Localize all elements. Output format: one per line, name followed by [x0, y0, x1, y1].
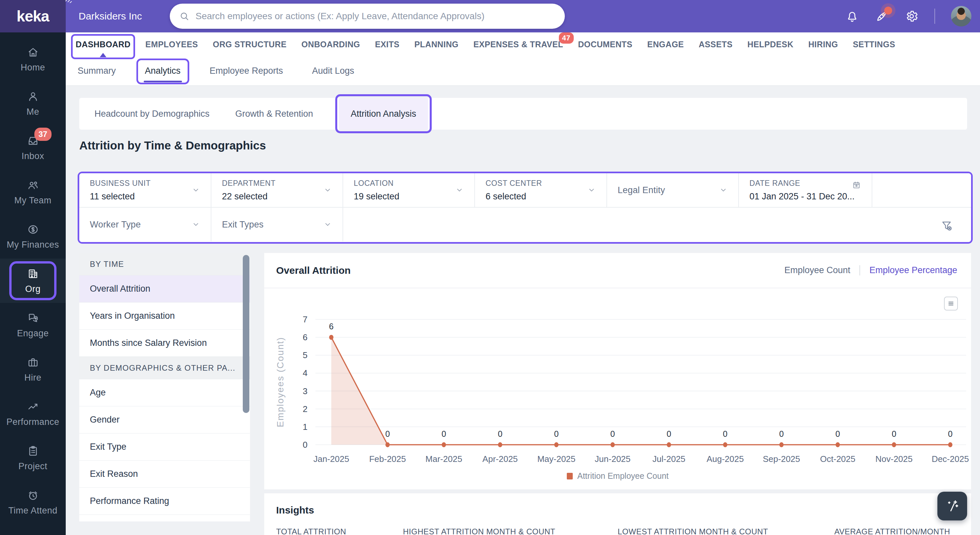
subnav-tab-label: Audit Logs: [312, 66, 355, 76]
sidebar-item-me[interactable]: Me: [0, 81, 66, 126]
subnav-tab-employee-reports[interactable]: Employee Reports: [210, 56, 283, 85]
svg-text:0: 0: [835, 429, 840, 438]
analytics-tab-attrition-analysis[interactable]: Attrition Analysis: [339, 98, 428, 129]
sidebar-item-my-team[interactable]: My Team: [0, 170, 66, 214]
project-icon: [27, 445, 39, 457]
subnav-tab-summary[interactable]: Summary: [78, 56, 116, 85]
analytics-tab-growth-retention[interactable]: Growth & Retention: [235, 98, 313, 129]
whats-new-rocket-icon[interactable]: [875, 9, 889, 23]
inbox-count-badge: 37: [34, 128, 52, 141]
chevron-down-icon: [192, 186, 200, 195]
insights-card: Insights TOTAL ATTRITION HIGHEST ATTRITI…: [264, 493, 971, 535]
sidebar-item-label: Time Attend: [8, 506, 57, 516]
filter-exit-types[interactable]: Exit Types: [212, 208, 343, 241]
insights-title: Insights: [276, 505, 314, 516]
metric-row-label: Performance Rating: [90, 496, 169, 506]
nav-tab-employees[interactable]: EMPLOYEES: [145, 40, 198, 49]
metric-row-gender[interactable]: Gender: [79, 406, 250, 433]
sidebar-item-my-finances[interactable]: My Finances: [0, 214, 66, 259]
filter-legal-entity[interactable]: Legal Entity: [607, 173, 739, 207]
topbar-divider: [934, 9, 935, 24]
svg-text:Jun-2025: Jun-2025: [595, 454, 630, 464]
legend-swatch: [567, 473, 573, 479]
svg-text:Employees (Count): Employees (Count): [275, 337, 285, 428]
metric-row-exit-reason[interactable]: Exit Reason: [79, 461, 250, 488]
settings-gear-icon[interactable]: [905, 9, 919, 23]
nav-tab-engage[interactable]: ENGAGE: [648, 40, 684, 49]
team-icon: [27, 179, 39, 192]
metric-row-label: Exit Reason: [90, 469, 138, 479]
search-input[interactable]: [196, 11, 555, 21]
filter-label: Worker Type: [90, 220, 141, 230]
analytics-tab-label: Growth & Retention: [235, 109, 313, 119]
chart-toggle-option-employee-count[interactable]: Employee Count: [784, 265, 851, 275]
nav-tab-assets[interactable]: ASSETS: [698, 40, 732, 49]
metric-row-performance-rating[interactable]: Performance Rating: [79, 488, 250, 515]
ai-insights-button[interactable]: [937, 492, 967, 521]
nav-tab-exits[interactable]: EXITS: [375, 40, 399, 49]
sidebar-item-hire[interactable]: Hire: [0, 347, 66, 391]
notifications-bell-icon[interactable]: [845, 9, 859, 23]
nav-tab-dashboard[interactable]: DASHBOARD: [76, 40, 130, 49]
topbar-actions: [845, 0, 971, 32]
subnav-tab-analytics[interactable]: Analytics: [145, 56, 181, 85]
filter-worker-type[interactable]: Worker Type: [79, 208, 212, 241]
filter-row-2: Worker Type Exit Types: [79, 208, 971, 241]
chart-toggle-option-employee-percentage[interactable]: Employee Percentage: [859, 265, 957, 275]
sidebar-item-org[interactable]: Org: [0, 259, 66, 303]
svg-text:3: 3: [303, 386, 307, 396]
nav-tab-helpdesk[interactable]: HELPDESK: [748, 40, 793, 49]
count-badge: 47: [559, 32, 574, 44]
global-search[interactable]: [170, 4, 565, 29]
nav-tab-org-structure[interactable]: ORG STRUCTURE: [213, 40, 286, 49]
sidebar-item-label: Org: [25, 284, 41, 294]
nav-tab-settings[interactable]: SETTINGS: [853, 40, 895, 49]
filter-cost-center[interactable]: COST CENTER 6 selected: [475, 173, 607, 207]
metric-row-by-demographics-other-pa[interactable]: BY DEMOGRAPHICS & OTHER PA...: [79, 357, 250, 379]
sidebar-item-label: Engage: [17, 328, 49, 339]
nav-tab-documents[interactable]: DOCUMENTS: [578, 40, 633, 49]
analytics-tab-label: Headcount by Demographics: [94, 109, 209, 119]
nav-tab-planning[interactable]: PLANNING: [414, 40, 458, 49]
legend-label: Attrition Employee Count: [578, 471, 669, 481]
analytics-tab-headcount-by-demographics[interactable]: Headcount by Demographics: [94, 98, 209, 129]
clear-filters-icon[interactable]: [941, 220, 953, 232]
metric-row-years-in-organisation[interactable]: Years in Organisation: [79, 303, 250, 330]
home-icon: [27, 46, 39, 59]
sidebar-item-time-attend[interactable]: Time Attend: [0, 480, 66, 524]
nav-tab-label: DOCUMENTS: [578, 40, 633, 49]
metric-row-age[interactable]: Age: [79, 379, 250, 406]
svg-text:0: 0: [667, 429, 671, 438]
list-scrollbar-thumb[interactable]: [243, 255, 250, 413]
sidebar-item-home[interactable]: Home: [0, 37, 66, 81]
main-content: Headcount by Demographics Growth & Reten…: [66, 86, 980, 535]
insights-columns: TOTAL ATTRITION HIGHEST ATTRITION MONTH …: [264, 527, 971, 535]
user-icon: [27, 90, 39, 103]
filter-location[interactable]: LOCATION 19 selected: [343, 173, 475, 207]
svg-text:0: 0: [610, 429, 615, 438]
nav-tab-label: EXPENSES & TRAVEL: [473, 40, 563, 49]
metric-row-exit-type[interactable]: Exit Type: [79, 433, 250, 461]
metric-row-overall-attrition[interactable]: Overall Attrition: [79, 275, 250, 303]
filter-department[interactable]: DEPARTMENT 22 selected: [212, 173, 343, 207]
metric-row-months-since-salary-revision[interactable]: Months since Salary Revision: [79, 330, 250, 357]
filter-date-range[interactable]: DATE RANGE 01 Jan 2025 - 31 Dec 20...: [739, 173, 872, 207]
sidebar-item-engage[interactable]: Engage: [0, 303, 66, 347]
sidebar-item-project[interactable]: Project: [0, 436, 66, 480]
filter-business-unit[interactable]: BUSINESS UNIT 11 selected: [79, 173, 212, 207]
sidebar-item-inbox[interactable]: 37 Inbox: [0, 126, 66, 170]
sidebar-item-label: Inbox: [21, 151, 44, 161]
svg-text:0: 0: [948, 429, 953, 438]
user-avatar[interactable]: [951, 6, 971, 26]
finances-icon: [27, 223, 39, 236]
hire-icon: [27, 356, 39, 369]
nav-tab-expenses-travel[interactable]: EXPENSES & TRAVEL 47: [473, 40, 563, 49]
keka-logo[interactable]: keka: [0, 0, 66, 32]
nav-tab-onboarding[interactable]: ONBOARDING: [302, 40, 360, 49]
subnav-tab-audit-logs[interactable]: Audit Logs: [312, 56, 355, 85]
svg-text:Oct-2025: Oct-2025: [820, 454, 856, 464]
nav-tab-label: EXITS: [375, 40, 399, 49]
metric-row-by-time[interactable]: BY TIME: [79, 253, 250, 275]
nav-tab-hiring[interactable]: HIRING: [808, 40, 838, 49]
sidebar-item-performance[interactable]: Performance: [0, 391, 66, 436]
